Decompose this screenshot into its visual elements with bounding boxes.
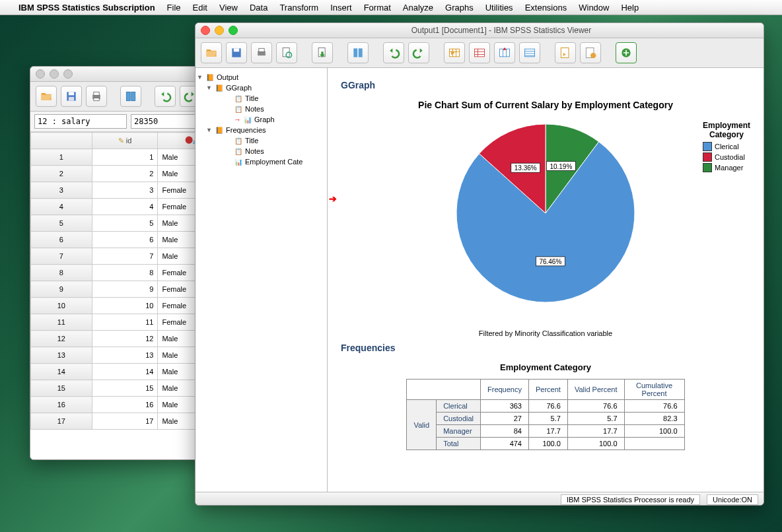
close-icon[interactable] xyxy=(201,26,210,35)
legend-title: Employment Category xyxy=(703,121,750,139)
svg-rect-1 xyxy=(69,92,74,95)
undo-button[interactable] xyxy=(383,42,404,63)
add-button[interactable] xyxy=(616,42,637,63)
table-row[interactable]: Manager8417.717.7100.0 xyxy=(407,425,684,438)
svg-rect-15 xyxy=(353,48,357,57)
pie-chart[interactable]: 10.19%76.46%13.36% Employment Category C… xyxy=(341,114,750,325)
svg-rect-21 xyxy=(561,48,569,58)
status-unicode: Unicode:ON xyxy=(707,494,758,505)
open-button[interactable] xyxy=(36,86,57,107)
zoom-icon[interactable] xyxy=(63,69,73,79)
title-icon: 📋 xyxy=(234,94,243,103)
save-button[interactable] xyxy=(61,86,82,107)
svg-rect-5 xyxy=(94,98,99,101)
viewer-titlebar[interactable]: Output1 [Document1] - IBM SPSS Statistic… xyxy=(196,23,764,38)
table-icon: 📊 xyxy=(234,157,243,166)
section-heading-graph: GGraph xyxy=(341,80,750,90)
table-row[interactable]: Custodial275.75.782.3 xyxy=(407,413,684,425)
menu-edit[interactable]: Edit xyxy=(193,3,207,13)
menu-data[interactable]: Data xyxy=(250,3,267,13)
menu-file[interactable]: File xyxy=(167,3,181,13)
table-row-total[interactable]: Total474100.0100.0 xyxy=(407,438,684,450)
svg-text:10.19%: 10.19% xyxy=(550,163,572,170)
status-processor: IBM SPSS Statistics Processor is ready xyxy=(561,494,700,505)
redo-button[interactable] xyxy=(408,42,429,63)
svg-rect-4 xyxy=(94,92,99,95)
menu-view[interactable]: View xyxy=(219,3,238,13)
menu-graphs[interactable]: Graphs xyxy=(445,3,474,13)
svg-rect-19 xyxy=(500,49,510,57)
print-preview-button[interactable] xyxy=(276,42,297,63)
output-icon: 📙 xyxy=(205,73,215,82)
freq-table-title: Employment Category xyxy=(341,362,750,372)
export-button[interactable] xyxy=(312,42,333,63)
table-row[interactable]: ValidClerical36376.676.676.6 xyxy=(407,400,684,413)
print-button[interactable] xyxy=(86,86,107,107)
menu-analyze[interactable]: Analyze xyxy=(403,3,433,13)
print-button[interactable] xyxy=(251,42,272,63)
select-last-button[interactable] xyxy=(555,42,576,63)
notes-icon: 📋 xyxy=(234,147,243,156)
menu-insert[interactable]: Insert xyxy=(330,3,352,13)
dialog-recall-button[interactable] xyxy=(347,42,369,63)
output-viewer-window: Output1 [Document1] - IBM SPSS Statistic… xyxy=(195,22,764,506)
current-item-arrow-icon: ➔ xyxy=(329,193,337,204)
cell-name-input[interactable] xyxy=(34,114,127,129)
frequency-table[interactable]: Frequency Percent Valid Percent Cumulati… xyxy=(406,379,684,450)
menu-format[interactable]: Format xyxy=(364,3,391,13)
menu-window[interactable]: Window xyxy=(579,3,609,13)
zoom-icon[interactable] xyxy=(229,26,238,35)
designate-window-button[interactable] xyxy=(580,42,601,63)
menu-utilities[interactable]: Utilities xyxy=(485,3,513,13)
chart-title: Pie Chart Sum of Current Salary by Emplo… xyxy=(341,100,750,110)
menu-transform[interactable]: Transform xyxy=(279,3,318,13)
book-icon: 📙 xyxy=(215,125,224,135)
legend-item: Custodial xyxy=(703,152,750,162)
svg-rect-18 xyxy=(475,49,485,57)
svg-rect-9 xyxy=(234,48,239,51)
menu-help[interactable]: Help xyxy=(621,3,639,13)
app-name[interactable]: IBM SPSS Statistics Subscription xyxy=(18,3,155,13)
output-canvas[interactable]: ➔ GGraph Pie Chart Sum of Current Salary… xyxy=(328,68,764,492)
save-button[interactable] xyxy=(226,42,247,63)
book-icon: 📙 xyxy=(215,83,224,92)
dialog-recall-button[interactable] xyxy=(120,86,141,107)
svg-text:13.36%: 13.36% xyxy=(515,164,537,172)
title-icon: 📋 xyxy=(234,136,243,145)
viewer-toolbar xyxy=(196,38,764,68)
legend-item: Clerical xyxy=(703,142,750,151)
chart-caption: Filtered by Minority Classification vari… xyxy=(341,329,750,337)
undo-button[interactable] xyxy=(155,86,176,107)
svg-rect-2 xyxy=(69,97,74,101)
open-button[interactable] xyxy=(201,42,222,63)
notes-icon: 📋 xyxy=(234,104,243,114)
svg-rect-11 xyxy=(259,48,264,51)
viewer-title: Output1 [Document1] - IBM SPSS Statistic… xyxy=(244,26,758,35)
svg-rect-16 xyxy=(359,48,363,57)
arrow-icon: → xyxy=(234,116,241,123)
svg-rect-6 xyxy=(126,92,130,100)
minimize-icon[interactable] xyxy=(215,26,224,35)
close-icon[interactable] xyxy=(36,69,45,79)
variables-button[interactable] xyxy=(519,42,540,63)
svg-rect-7 xyxy=(131,92,135,100)
chart-legend: Employment Category ClericalCustodialMan… xyxy=(703,121,750,174)
legend-item: Manager xyxy=(703,163,750,172)
svg-point-23 xyxy=(590,53,596,58)
viewer-statusbar: IBM SPSS Statistics Processor is ready U… xyxy=(196,492,764,506)
menu-extensions[interactable]: Extensions xyxy=(525,3,567,13)
macos-menubar: IBM SPSS Statistics Subscription File Ed… xyxy=(0,0,782,15)
output-outline[interactable]: ▼📙Output ▼📙GGraph 📋Title 📋Notes →📊Graph … xyxy=(196,68,328,492)
col-id: ✎ id xyxy=(92,133,158,149)
minimize-icon[interactable] xyxy=(50,69,59,79)
section-heading-freq: Frequencies xyxy=(341,343,750,353)
chart-icon: 📊 xyxy=(243,115,252,124)
goto-data-button[interactable] xyxy=(444,42,465,63)
goto-case-button[interactable] xyxy=(469,42,490,63)
goto-variable-button[interactable] xyxy=(494,42,515,63)
svg-text:76.46%: 76.46% xyxy=(539,258,561,265)
